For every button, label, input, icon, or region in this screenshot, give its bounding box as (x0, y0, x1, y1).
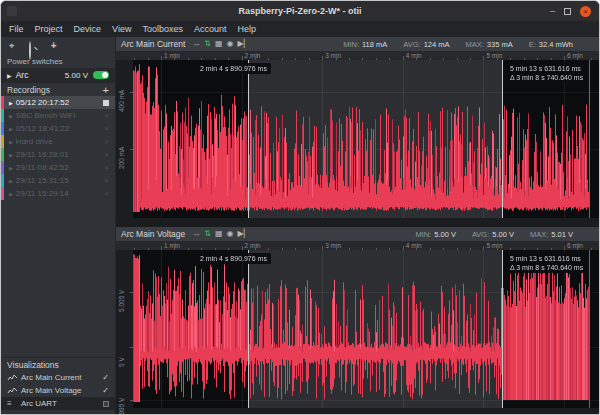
expander-icon[interactable]: ▶ (9, 113, 13, 119)
y-axis-tick-label: 5 V (118, 327, 125, 367)
panel-title: Arc Main Current (121, 39, 185, 49)
cursor2-time-label: 5 min 13 s 631.616 ms Δ 3 min 8 s 740.64… (506, 253, 587, 273)
stop-recording-icon[interactable] (103, 100, 109, 106)
voltage-plot[interactable]: 2 min 4 s 890.976 ms 5 min 13 s 631.616 … (133, 250, 599, 408)
expander-icon[interactable]: ▶ (9, 178, 13, 184)
cursor2-line[interactable] (502, 250, 503, 408)
delete-recording-icon[interactable]: × (104, 111, 109, 120)
cursor2-line[interactable] (502, 60, 503, 218)
menu-toolboxes[interactable]: Toolboxes (142, 24, 183, 34)
expander-icon[interactable]: ▶ (9, 152, 13, 158)
minimize-button[interactable]: – (550, 7, 555, 16)
fit-vertical-icon[interactable]: ⇅ (204, 229, 211, 239)
zoom-tool-icon[interactable] (29, 42, 37, 50)
recording-item[interactable]: ▶29/11 08:42:52× (1, 161, 115, 174)
check-icon[interactable]: ✓ (102, 386, 109, 395)
select-tool-icon[interactable]: ⌖ (9, 41, 15, 51)
fit-horizontal-icon[interactable]: ↔ (192, 39, 200, 49)
expander-icon[interactable]: ▶ (9, 100, 13, 106)
panel-arc-main-voltage: Arc Main Voltage ↔ ⇅ ▦ ◉ ▶▏ MIN:5.00 V A… (116, 227, 599, 408)
delete-recording-icon[interactable]: × (104, 150, 109, 159)
current-waveform[interactable] (133, 60, 599, 218)
recording-item[interactable]: ▶05/12 20:17:52 (1, 96, 115, 109)
menu-file[interactable]: File (9, 24, 24, 34)
expander-icon[interactable]: ▶ (7, 72, 12, 79)
power-toggle[interactable] (93, 71, 109, 79)
recording-item[interactable]: ▶29/11 15:29:14× (1, 187, 115, 200)
delete-recording-icon[interactable]: × (104, 137, 109, 146)
close-button[interactable]: × (580, 6, 591, 17)
current-plot[interactable]: 2 min 4 s 890.976 ms 5 min 13 s 631.616 … (133, 60, 599, 218)
time-ruler[interactable]: 1 min2 min3 min4 min5 min6 min (116, 51, 599, 60)
marker-mode-icon[interactable]: ◉ (227, 229, 234, 239)
ruler-tick-label: 3 min (325, 52, 341, 59)
play-to-end-icon[interactable]: ▶▏ (238, 39, 250, 49)
line-chart-icon (7, 373, 21, 382)
voltage-waveform[interactable] (133, 250, 599, 408)
expander-icon[interactable]: ▶ (9, 191, 13, 197)
ruler-tick-label: 2 min (245, 52, 261, 59)
stat-min: MIN:5.00 V (415, 230, 456, 239)
voltage-value[interactable]: 5.00 V (65, 71, 88, 80)
expander-icon[interactable]: ▶ (9, 165, 13, 171)
app-window: Raspberry-Pi-Zero-2-W* - otii – × File P… (0, 0, 600, 415)
stat-avg: AVG:5.00 V (472, 230, 514, 239)
delete-recording-icon[interactable]: × (104, 124, 109, 133)
visualization-arc-main-current[interactable]: Arc Main Current ✓ (1, 371, 115, 384)
visualization-arc-main-voltage[interactable]: Arc Main Voltage ✓ (1, 384, 115, 397)
delete-recording-icon[interactable]: × (104, 176, 109, 185)
sidebar: ⌖ + Power switches ▶ Arc 5.00 V Recordin… (1, 37, 116, 414)
visualization-arc-uart[interactable]: ≡ Arc UART (1, 397, 115, 410)
checkbox-icon[interactable] (103, 401, 109, 407)
recording-item[interactable]: ▶29/11 15:31:15× (1, 174, 115, 187)
line-chart-icon (7, 386, 21, 395)
menu-project[interactable]: Project (35, 24, 63, 34)
expander-icon[interactable]: ▶ (9, 139, 13, 145)
time-ruler[interactable]: 1 min2 min3 min4 min5 min6 min (116, 241, 599, 250)
fit-horizontal-icon[interactable]: ↔ (192, 229, 200, 239)
stat-max: MAX:335 mA (466, 40, 513, 49)
recording-item[interactable]: ▶Hard drive× (1, 135, 115, 148)
check-icon[interactable]: ✓ (102, 373, 109, 382)
recording-label: 05/12 18:41:22 (16, 124, 69, 133)
delete-recording-icon[interactable]: × (104, 189, 109, 198)
recording-item[interactable]: ▶05/12 18:41:22× (1, 122, 115, 135)
cursor1-line[interactable] (248, 250, 249, 408)
recording-item[interactable]: ▶29/11 16:28:01× (1, 148, 115, 161)
menu-view[interactable]: View (112, 24, 131, 34)
device-name: Arc (16, 70, 29, 80)
expander-icon[interactable]: ▶ (9, 126, 13, 132)
recording-color-tag (1, 187, 4, 200)
marker-mode-icon[interactable]: ◉ (227, 39, 234, 49)
y-axis-tick-label: 400 mA (118, 72, 125, 112)
play-to-end-icon[interactable]: ▶▏ (238, 229, 250, 239)
menu-help[interactable]: Help (237, 24, 256, 34)
power-switches-header: Power switches (1, 54, 115, 68)
chart-area: Arc Main Current ↔ ⇅ ▦ ◉ ▶▏ MIN:118 mA A… (116, 37, 599, 414)
recording-color-tag (1, 122, 4, 135)
recording-item[interactable]: ▶SBC Bench WiFi× (1, 109, 115, 122)
add-recording-button[interactable]: + (103, 85, 109, 95)
power-switch-arc[interactable]: ▶ Arc 5.00 V (1, 68, 115, 82)
ruler-tick-label: 4 min (406, 242, 422, 249)
menu-device[interactable]: Device (74, 24, 102, 34)
stat-avg: AVG:124 mA (403, 40, 449, 49)
maximize-button[interactable] (564, 8, 571, 15)
recording-end-line (589, 250, 590, 408)
fit-vertical-icon[interactable]: ⇅ (204, 39, 211, 49)
stat-min: MIN:118 mA (343, 40, 387, 49)
pan-tool-icon[interactable]: + (51, 41, 57, 51)
y-axis: 400 mA200 mA (116, 60, 133, 218)
recording-label: 05/12 20:17:52 (16, 98, 69, 107)
ruler-tick-label: 6 min (567, 242, 583, 249)
recording-color-tag (1, 174, 4, 187)
cursor1-line[interactable] (248, 60, 249, 218)
histogram-view-icon[interactable]: ▦ (215, 229, 223, 239)
panel-header: Arc Main Current ↔ ⇅ ▦ ◉ ▶▏ MIN:118 mA A… (116, 37, 599, 51)
uart-log-icon: ≡ (7, 400, 21, 408)
delete-recording-icon[interactable]: × (104, 163, 109, 172)
menu-account[interactable]: Account (194, 24, 227, 34)
titlebar: Raspberry-Pi-Zero-2-W* - otii – × (1, 1, 599, 21)
histogram-view-icon[interactable]: ▦ (215, 39, 223, 49)
ruler-tick-label: 3 min (325, 242, 341, 249)
